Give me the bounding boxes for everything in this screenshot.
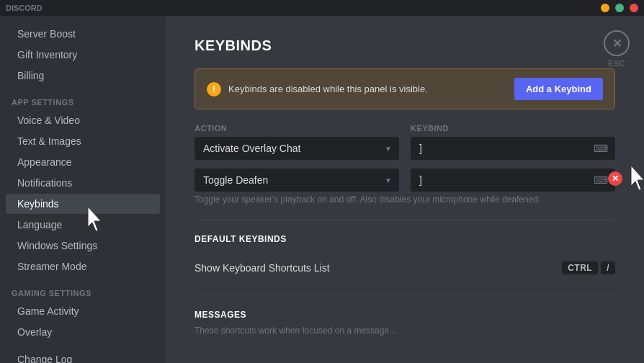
keybind-row-1: Activate Overlay Chat Toggle Deafen Togg…: [194, 137, 615, 160]
sidebar-item-notifications[interactable]: Notifications: [6, 173, 160, 193]
default-keybind-row-1: Show Keyboard Shortcuts List CTRL /: [194, 256, 615, 280]
cursor-delete-icon: [628, 166, 644, 192]
gaming-settings-label: GAMING SETTINGS: [0, 277, 166, 300]
sidebar-item-appearance[interactable]: Appearance: [6, 152, 160, 172]
sidebar-item-game-activity[interactable]: Game Activity: [6, 301, 160, 321]
key-slash: /: [601, 261, 615, 274]
sidebar: Server Boost Gift Inventory Billing APP …: [0, 16, 166, 363]
action-col-header: ACTION: [194, 124, 399, 133]
page-title: KEYBINDS: [194, 37, 615, 54]
messages-desc: These shortcuts work when focused on a m…: [194, 326, 615, 336]
esc-label: ESC: [608, 59, 625, 68]
action-select-1-wrapper: Activate Overlay Chat Toggle Deafen Togg…: [194, 137, 399, 160]
messages-section: MESSAGES These shortcuts work when focus…: [194, 295, 615, 336]
keybind-input-1-wrapper: ⌨: [411, 137, 615, 160]
keybind-col-header: KEYBIND: [411, 124, 615, 133]
keybind-column-headers: ACTION KEYBIND: [194, 124, 615, 133]
sidebar-item-server-boost[interactable]: Server Boost: [6, 24, 160, 44]
minimize-button[interactable]: —: [601, 4, 609, 12]
sidebar-item-text-images[interactable]: Text & Images: [6, 131, 160, 151]
sidebar-item-voice-video[interactable]: Voice & Video: [6, 110, 160, 130]
svg-marker-1: [631, 166, 644, 190]
default-keybind-label-1: Show Keyboard Shortcuts List: [194, 262, 330, 274]
messages-title: MESSAGES: [194, 310, 615, 320]
sidebar-item-language[interactable]: Language: [6, 215, 160, 235]
sidebar-item-gift-inventory[interactable]: Gift Inventory: [6, 45, 160, 65]
warning-icon: !: [207, 82, 221, 97]
keybind-input-2-wrapper: ⌨: [411, 169, 615, 192]
toggle-description: Toggle your speaker's playback on and of…: [194, 194, 615, 205]
keybind-row-2-container: Activate Overlay Chat Toggle Deafen Togg…: [194, 169, 615, 192]
action-select-2-wrapper: Activate Overlay Chat Toggle Deafen Togg…: [194, 169, 399, 192]
action-select-1[interactable]: Activate Overlay Chat Toggle Deafen Togg…: [194, 137, 399, 160]
window-controls: — □ ✕: [601, 4, 638, 12]
sidebar-item-keybinds[interactable]: Keybinds: [6, 194, 160, 214]
sidebar-item-change-log[interactable]: Change Log: [6, 349, 160, 363]
keybind-input-2[interactable]: [411, 169, 615, 192]
app-title: DISCORD: [6, 4, 43, 12]
keybind-input-1[interactable]: [411, 137, 615, 160]
sidebar-item-billing[interactable]: Billing: [6, 66, 160, 86]
delete-keybind-button[interactable]: ✕: [608, 171, 622, 186]
warning-text: Keybinds are disabled while this panel i…: [228, 84, 507, 94]
keybind-badge-1: CTRL /: [562, 261, 615, 274]
add-keybind-button[interactable]: Add a Keybind: [514, 78, 603, 100]
app-settings-label: APP SETTINGS: [0, 86, 166, 109]
sidebar-item-streamer-mode[interactable]: Streamer Mode: [6, 256, 160, 277]
keyboard-icon-2: ⌨: [594, 174, 608, 186]
keyboard-icon-1: ⌨: [594, 143, 608, 154]
key-ctrl: CTRL: [562, 261, 598, 274]
main-content: ✕ ESC KEYBINDS ! Keybinds are disabled w…: [166, 16, 644, 363]
close-circle-icon[interactable]: ✕: [604, 30, 630, 56]
action-select-2[interactable]: Activate Overlay Chat Toggle Deafen Togg…: [194, 169, 399, 192]
sidebar-item-overlay[interactable]: Overlay: [6, 322, 160, 342]
titlebar: DISCORD — □ ✕: [0, 0, 644, 16]
sidebar-item-windows-settings[interactable]: Windows Settings: [6, 236, 160, 256]
default-keybinds-title: DEFAULT KEYBINDS: [194, 219, 615, 244]
warning-banner: ! Keybinds are disabled while this panel…: [194, 68, 615, 109]
close-esc-button[interactable]: ✕ ESC: [604, 30, 630, 68]
close-button[interactable]: ✕: [630, 4, 638, 12]
maximize-button[interactable]: □: [615, 4, 624, 12]
keybind-row-2: Activate Overlay Chat Toggle Deafen Togg…: [194, 169, 615, 192]
